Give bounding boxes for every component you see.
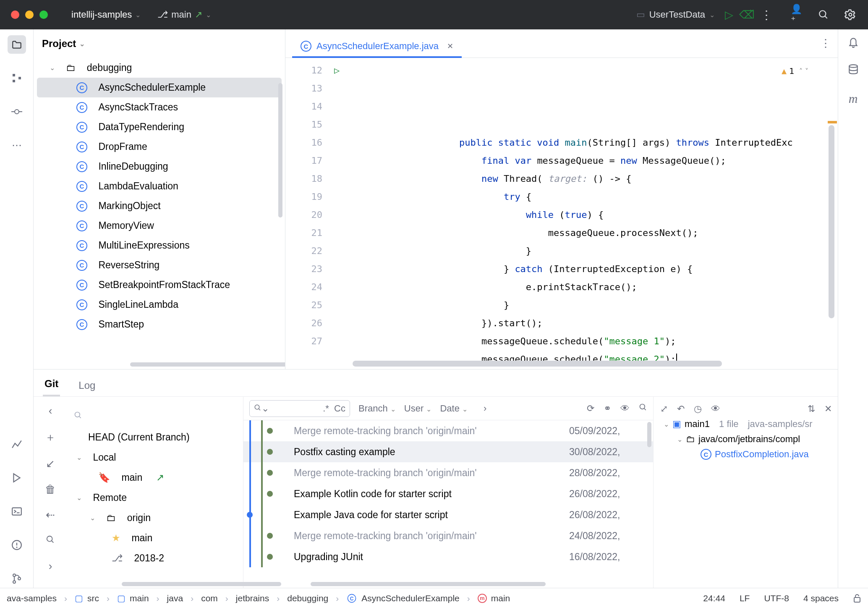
delete-icon[interactable]: 🗑 [45,483,56,496]
breadcrumb-item[interactable]: main [491,593,510,603]
collapse-icon[interactable]: ‹ [49,404,52,417]
more-actions-button[interactable]: ⋮ [761,8,772,22]
line-number[interactable]: 27 [285,332,322,350]
tree-file-row[interactable]: C InlineDebugging [34,157,285,176]
commit-row[interactable]: Upgrading JUnit16/08/2022, [243,546,653,567]
line-number[interactable]: 19 [285,188,322,206]
line-number[interactable]: 20 [285,206,322,224]
commit-row[interactable]: Merge remote-tracking branch 'origin/mai… [243,420,653,441]
code-with-me-icon[interactable]: 👤⁺ [791,9,803,21]
branch-row[interactable]: 🔖 main ↗ [67,467,243,487]
inspection-widget[interactable]: ▲ 1 ˄ ˅ [782,62,808,80]
more-tool-button[interactable]: ⋯ [8,136,26,155]
commit-row[interactable]: Merge remote-tracking branch 'origin/mai… [243,462,653,483]
breadcrumb-item[interactable]: java [167,593,183,603]
tree-file-row[interactable]: C LambdaEvaluation [34,176,285,196]
tree-folder-row[interactable]: ⌄ 🗀 debugging [34,58,285,78]
chevron-down-icon[interactable]: ˅ [805,62,808,80]
search-icon[interactable] [639,403,647,414]
tree-horizontal-scrollbar[interactable] [130,362,285,367]
editor-horizontal-scrollbar[interactable] [353,361,722,367]
encoding[interactable]: UTF-8 [764,593,789,603]
filter-user[interactable]: User ⌄ [404,403,432,414]
run-config-selector[interactable]: ▭ UserTestData ⌄ [632,8,719,22]
update-icon[interactable]: ↙ [46,457,55,470]
search-icon[interactable] [46,534,55,547]
line-number[interactable]: 17 [285,152,322,170]
commit-list[interactable]: Merge remote-tracking branch 'origin/mai… [243,420,653,588]
branches-tree[interactable]: HEAD (Current Branch) ⌄ Local 🔖 main ↗ ⌄… [67,397,243,588]
breadcrumb-item[interactable]: jetbrains [236,593,269,603]
line-number[interactable]: 12 [285,61,322,79]
breadcrumb-item[interactable]: AsyncSchedulerExample [361,593,459,603]
local-group[interactable]: ⌄ Local [67,447,243,467]
editor-tabs-more-icon[interactable]: ⋮ [820,37,831,50]
problems-tool-button[interactable] [8,536,26,554]
changed-file-row[interactable]: C PostfixCompletion.java [660,449,838,460]
tree-file-row[interactable]: C MultiLineExpressions [34,236,285,255]
filter-date[interactable]: Date ⌄ [440,403,468,414]
details-root[interactable]: ⌄ ▣ main1 1 file java-samples/sr [660,419,838,430]
remote-origin[interactable]: ⌄ 🗀 origin [67,508,243,528]
editor-tab[interactable]: C AsyncSchedulerExample.java ✕ [292,35,462,58]
filter-branch[interactable]: Branch ⌄ [358,403,396,414]
details-close-icon[interactable]: ✕ [824,404,832,414]
details-nav-icon[interactable]: ⤢ [660,404,668,414]
commit-row[interactable]: Example Java code for starter script26/0… [243,504,653,525]
window-zoom[interactable] [39,10,48,19]
run-gutter[interactable]: ▷ [334,58,351,369]
profiler-tool-button[interactable] [8,435,26,453]
go-to-hash-icon[interactable]: › [484,403,486,414]
chevron-down-icon[interactable]: ⌄ [50,64,55,72]
details-history-icon[interactable]: ◷ [694,404,702,414]
details-expand-icon[interactable]: ⇅ [808,404,815,414]
project-panel-header[interactable]: Project ⌄ [34,29,285,58]
commit-row[interactable]: Example Kotlin code for starter script26… [243,483,653,504]
editor-vertical-scrollbar[interactable] [829,125,834,318]
tree-file-row[interactable]: C SingleLineLambda [34,295,285,314]
run-tool-button[interactable] [8,469,26,487]
breadcrumb-item[interactable]: main [130,593,149,603]
project-selector[interactable]: intellij-samples ⌄ [71,9,141,20]
branch-widget[interactable]: ⎇ main ↗ ⌄ [157,9,211,20]
line-separator[interactable]: LF [740,593,750,603]
eye-icon[interactable]: 👁 [620,403,630,414]
debug-button[interactable]: ⌫̆ [739,8,755,21]
log-search[interactable]: ⌄ .* Cc [249,400,350,417]
details-undo-icon[interactable]: ↶ [677,404,685,414]
tree-file-row[interactable]: C SetBreakpointFromStackTrace [34,275,285,295]
terminal-tool-button[interactable] [8,502,26,521]
expand-icon[interactable]: › [49,560,52,573]
line-number[interactable]: 18 [285,170,322,188]
line-number[interactable]: 23 [285,260,322,278]
window-minimize[interactable] [25,10,34,19]
line-number[interactable]: 16 [285,134,322,152]
vcs-tool-button[interactable] [8,569,26,588]
commit-row[interactable]: Postfix casting example30/08/2022, [243,441,653,462]
indent[interactable]: 4 spaces [803,593,839,603]
caret-position[interactable]: 24:44 [703,593,725,603]
log-horizontal-scrollbar[interactable] [311,582,546,586]
breadcrumb-item[interactable]: src [87,593,99,603]
commit-row[interactable]: Merge remote-tracking branch 'origin/mai… [243,525,653,546]
details-path-row[interactable]: ⌄ 🗀 java/com/jetbrains/compl [660,434,838,445]
maven-icon[interactable]: m [849,92,858,106]
tree-file-row[interactable]: C DataTypeRendering [34,117,285,137]
line-number[interactable]: 22 [285,242,322,260]
breadcrumb-item[interactable]: debugging [287,593,328,603]
branch-row[interactable]: ⎇ 2018-2 [67,548,243,568]
settings-icon[interactable] [844,9,856,21]
tree-file-row[interactable]: C MemoryView [34,216,285,236]
remote-group[interactable]: ⌄ Remote [67,487,243,508]
commit-tool-button[interactable] [8,102,26,121]
line-number[interactable]: 26 [285,314,322,332]
fetch-icon[interactable]: ⇠ [46,508,55,522]
details-preview-icon[interactable]: 👁 [711,404,720,414]
notifications-icon[interactable] [848,36,859,50]
line-number[interactable]: 13 [285,79,322,97]
tree-file-row[interactable]: C AsyncStackTraces [34,97,285,117]
tree-file-row[interactable]: C AsyncSchedulerExample [37,78,282,97]
line-number[interactable]: 14 [285,97,322,115]
overview-mark-warning[interactable] [828,121,837,123]
line-number[interactable]: 25 [285,296,322,314]
